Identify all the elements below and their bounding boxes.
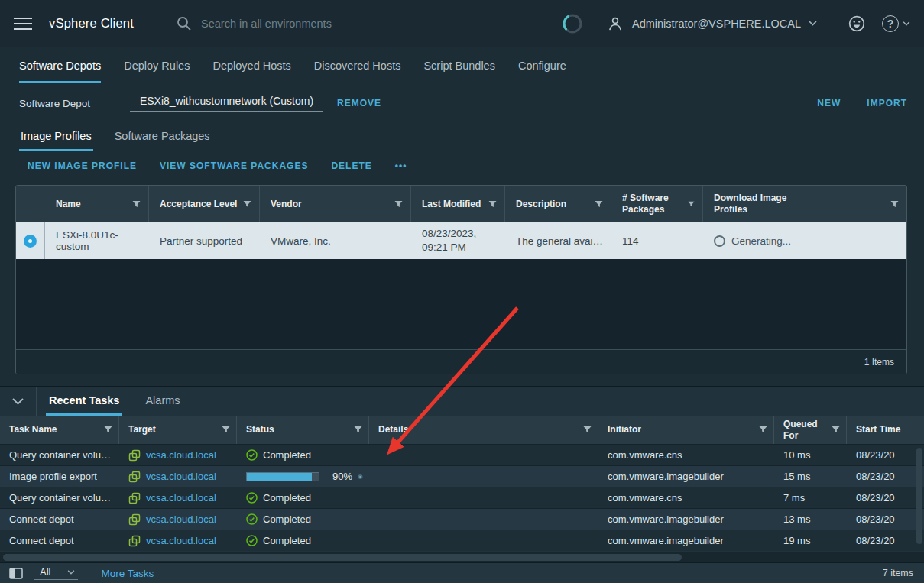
help-menu-button[interactable]: ?: [882, 15, 910, 32]
task-initiator: com.vmware.imagebuilder: [608, 471, 724, 482]
filter-icon[interactable]: [688, 200, 695, 209]
column-header-description: Description: [516, 199, 566, 210]
global-search[interactable]: [177, 16, 446, 31]
menu-button[interactable]: [14, 17, 32, 31]
more-tasks-link[interactable]: More Tasks: [101, 568, 154, 579]
tab-script-bundles[interactable]: Script Bundles: [423, 48, 495, 83]
task-queued-for: 10 ms: [783, 449, 810, 461]
more-actions-button[interactable]: •••: [395, 160, 407, 171]
user-menu[interactable]: Administrator@VSPHERE.LOCAL: [606, 15, 817, 33]
task-row[interactable]: Query container volume … vcsa.cloud.loca…: [0, 444, 924, 465]
filter-icon[interactable]: [832, 426, 840, 434]
filter-icon[interactable]: [243, 200, 251, 209]
chevron-down-icon: [12, 398, 24, 405]
task-queued-for: 15 ms: [783, 471, 810, 482]
tasks-filter-select[interactable]: All: [34, 566, 78, 580]
column-header-task-name: Task Name: [9, 424, 57, 435]
search-input[interactable]: [201, 18, 446, 30]
collapse-tasks-button[interactable]: [0, 387, 37, 416]
horizontal-scrollbar-thumb[interactable]: [3, 554, 682, 561]
task-row[interactable]: Connect depot vcsa.cloud.local Completed…: [0, 508, 924, 530]
tasks-footer-bar: All More Tasks 7 items: [0, 562, 924, 583]
delete-button[interactable]: DELETE: [331, 160, 371, 171]
task-name: Query container volume …: [9, 492, 113, 504]
task-name: Query container volume …: [9, 449, 113, 461]
hamburger-icon: [14, 17, 32, 31]
filter-icon[interactable]: [583, 426, 592, 434]
items-count: 1 Items: [864, 357, 894, 368]
row-radio-selected[interactable]: [24, 235, 37, 248]
task-status: Completed: [263, 449, 311, 461]
remove-depot-button[interactable]: REMOVE: [337, 98, 381, 109]
task-row[interactable]: Image profile export vcsa.cloud.local 90…: [0, 465, 924, 487]
cell-name: ESXi-8.0U1c-custom: [45, 222, 149, 259]
tab-software-packages[interactable]: Software Packages: [113, 123, 212, 151]
divider: [828, 9, 828, 38]
filter-icon[interactable]: [354, 426, 362, 434]
import-depot-button[interactable]: IMPORT: [867, 98, 907, 109]
tab-recent-tasks[interactable]: Recent Tasks: [46, 387, 122, 416]
cell-acceptance-level: Partner supported: [149, 222, 260, 259]
filter-icon[interactable]: [595, 200, 603, 209]
new-image-profile-button[interactable]: NEW IMAGE PROFILE: [28, 160, 137, 171]
target-link[interactable]: vcsa.cloud.local: [146, 471, 216, 482]
filter-icon[interactable]: [759, 426, 767, 434]
filter-icon[interactable]: [890, 200, 899, 209]
task-initiator: com.vmware.cns: [608, 449, 682, 461]
column-header-software-packages: # Software Packages: [622, 193, 688, 215]
tab-image-profiles[interactable]: Image Profiles: [19, 123, 93, 151]
cancel-task-icon[interactable]: [358, 471, 363, 483]
new-depot-button[interactable]: NEW: [817, 98, 841, 109]
depot-sub-tabs: Image Profiles Software Packages: [0, 123, 924, 151]
tab-software-depots[interactable]: Software Depots: [19, 48, 101, 83]
task-start-time: 08/23/20: [856, 449, 895, 461]
check-circle-icon: [246, 513, 258, 525]
task-name: Connect depot: [9, 513, 74, 525]
chevron-down-icon: [903, 21, 910, 26]
task-progress-bar: [246, 472, 319, 481]
task-row[interactable]: Connect depot vcsa.cloud.local Completed…: [0, 530, 924, 551]
user-icon: [606, 15, 624, 33]
target-link[interactable]: vcsa.cloud.local: [146, 513, 216, 525]
check-circle-icon: [246, 449, 258, 461]
target-link[interactable]: vcsa.cloud.local: [146, 535, 216, 546]
cell-vendor: VMware, Inc.: [260, 222, 411, 259]
tab-deploy-rules[interactable]: Deploy Rules: [124, 48, 190, 83]
filter-icon[interactable]: [488, 200, 497, 209]
image-profiles-table: Name Acceptance Level Vendor Last Modifi…: [15, 185, 907, 374]
chevron-down-icon: [67, 570, 75, 575]
pane-toggle-icon[interactable]: [9, 568, 23, 579]
table-header-row: Name Acceptance Level Vendor Last Modifi…: [16, 186, 906, 222]
tab-discovered-hosts[interactable]: Discovered Hosts: [314, 48, 401, 83]
software-depot-select[interactable]: ESXi8_withcustomnetwork (Custom): [130, 95, 323, 112]
table-row-selected[interactable]: ESXi-8.0U1c-custom Partner supported VMw…: [16, 222, 906, 259]
loading-spinner-icon: [561, 12, 584, 35]
tasks-items-count: 7 items: [883, 568, 913, 578]
filter-icon[interactable]: [222, 426, 230, 434]
tab-alarms[interactable]: Alarms: [142, 387, 183, 416]
task-row[interactable]: Query container volume … vcsa.cloud.loca…: [0, 487, 924, 508]
vertical-scrollbar-thumb[interactable]: [916, 448, 922, 544]
tab-configure[interactable]: Configure: [518, 48, 566, 83]
tab-deployed-hosts[interactable]: Deployed Hosts: [212, 48, 290, 83]
horizontal-scrollbar[interactable]: [0, 552, 924, 562]
app-title: vSphere Client: [49, 16, 134, 31]
column-header-details: Details: [378, 424, 408, 435]
task-queued-for: 13 ms: [783, 513, 810, 525]
column-header-target: Target: [128, 424, 156, 435]
view-software-packages-button[interactable]: VIEW SOFTWARE PACKAGES: [160, 160, 308, 171]
filter-icon[interactable]: [394, 200, 403, 209]
vcenter-icon: [128, 492, 141, 504]
filter-icon[interactable]: [132, 200, 141, 209]
task-initiator: com.vmware.imagebuilder: [608, 535, 724, 546]
target-link[interactable]: vcsa.cloud.local: [146, 449, 216, 461]
table-footer: 1 Items: [16, 349, 906, 374]
feedback-button[interactable]: [847, 14, 867, 34]
filter-icon[interactable]: [104, 426, 112, 434]
radio-column-header: [16, 186, 45, 222]
task-status: Completed: [263, 492, 311, 504]
main-tab-bar: Software Depots Deploy Rules Deployed Ho…: [0, 48, 924, 83]
top-header-bar: vSphere Client Administrator@VSPHERE.LOC…: [0, 0, 924, 47]
task-status: Completed: [263, 535, 311, 546]
target-link[interactable]: vcsa.cloud.local: [146, 492, 216, 504]
